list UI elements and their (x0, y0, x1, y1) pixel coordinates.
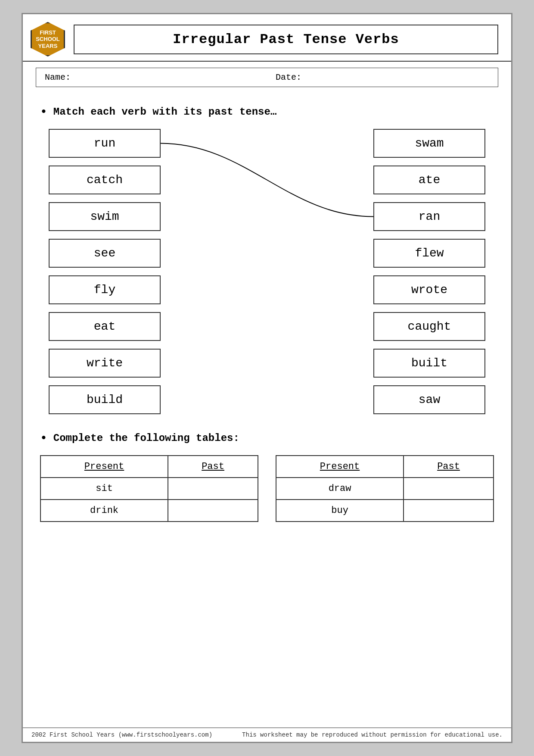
left-verb-box: fly (49, 275, 161, 304)
right-verb-box: ran (373, 202, 485, 231)
logo-line1: FIRST (40, 29, 56, 36)
present-cell: drink (40, 500, 168, 522)
date-label: Date: (258, 72, 489, 82)
right-verb-box: swam (373, 129, 485, 158)
table2-col2-header: Past (404, 456, 494, 478)
past-cell[interactable] (404, 500, 494, 522)
table1: Present Past sitdrink (40, 455, 258, 522)
content-area: • Match each verb with its past tense… r… (23, 93, 511, 531)
right-verb-box: wrote (373, 275, 485, 304)
table1-col1-header: Present (40, 456, 168, 478)
table2-container: Present Past drawbuy (276, 455, 494, 522)
name-label: Name: (45, 72, 258, 82)
left-verb-box: eat (49, 312, 161, 341)
right-verb-box: built (373, 349, 485, 378)
header: FIRST SCHOOL YEARS Irregular Past Tense … (23, 14, 511, 62)
table1-col2-header: Past (168, 456, 258, 478)
matching-section: runcatchswimseeflyeatwritebuild swamater… (49, 129, 485, 414)
right-verb-box: caught (373, 312, 485, 341)
table-row: buy (276, 500, 494, 522)
worksheet-page: FIRST SCHOOL YEARS Irregular Past Tense … (22, 13, 512, 743)
page-title: Irregular Past Tense Verbs (74, 25, 498, 54)
logo-line3: YEARS (38, 43, 58, 50)
table-row: drink (40, 500, 258, 522)
tables-section: Present Past sitdrink Present Past (40, 455, 494, 522)
table1-container: Present Past sitdrink (40, 455, 258, 522)
left-column: runcatchswimseeflyeatwritebuild (49, 129, 161, 414)
past-cell[interactable] (168, 500, 258, 522)
table2-col1-header: Present (276, 456, 404, 478)
left-verb-box: see (49, 239, 161, 268)
left-verb-box: swim (49, 202, 161, 231)
logo-line2: SCHOOL (36, 36, 60, 43)
left-verb-box: catch (49, 166, 161, 194)
logo: FIRST SCHOOL YEARS (31, 22, 65, 56)
left-verb-box: write (49, 349, 161, 378)
footer: 2002 First School Years (www.firstschool… (23, 728, 511, 742)
present-cell: sit (40, 478, 168, 500)
table-row: sit (40, 478, 258, 500)
present-cell: draw (276, 478, 404, 500)
right-column: swamateranflewwrotecaughtbuiltsaw (373, 129, 485, 414)
instruction2: • Complete the following tables: (40, 431, 494, 445)
right-verb-box: flew (373, 239, 485, 268)
table-row: draw (276, 478, 494, 500)
instruction1: • Match each verb with its past tense… (40, 105, 494, 119)
left-verb-box: run (49, 129, 161, 158)
past-cell[interactable] (404, 478, 494, 500)
present-cell: buy (276, 500, 404, 522)
left-verb-box: build (49, 385, 161, 414)
past-cell[interactable] (168, 478, 258, 500)
footer-left: 2002 First School Years (www.firstschool… (31, 731, 212, 738)
right-verb-box: saw (373, 385, 485, 414)
table2: Present Past drawbuy (276, 455, 494, 522)
right-verb-box: ate (373, 166, 485, 194)
bullet1: • (40, 105, 47, 119)
footer-right: This worksheet may be reproduced without… (242, 731, 503, 738)
bullet2: • (40, 431, 47, 445)
name-date-bar: Name: Date: (36, 68, 498, 87)
